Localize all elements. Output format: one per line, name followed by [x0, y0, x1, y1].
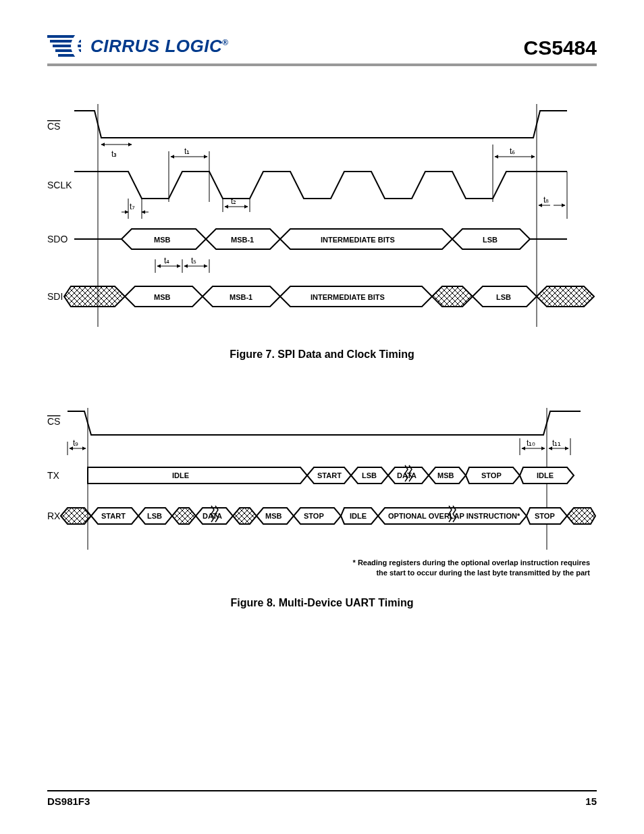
logo-mark-icon	[47, 32, 84, 59]
svg-text:IDLE: IDLE	[350, 512, 367, 520]
svg-text:LSB: LSB	[362, 471, 377, 479]
svg-text:DATA: DATA	[203, 512, 222, 520]
company-logo: CIRRUS LOGIC®	[47, 32, 229, 59]
svg-text:LSB: LSB	[496, 293, 511, 301]
company-name: CIRRUS LOGIC®	[90, 36, 229, 57]
svg-text:IDLE: IDLE	[172, 471, 189, 479]
svg-text:STOP: STOP	[535, 512, 555, 520]
svg-text:t₄: t₄	[164, 256, 169, 265]
svg-text:START: START	[317, 471, 342, 479]
figure-8-caption: Figure 8. Multi-Device UART Timing	[47, 597, 597, 609]
svg-text:MSB-1: MSB-1	[231, 236, 254, 244]
svg-text:STOP: STOP	[481, 471, 502, 479]
svg-text:t₅: t₅	[191, 256, 196, 265]
svg-text:MSB: MSB	[154, 236, 171, 244]
svg-text:t₃: t₃	[111, 149, 117, 159]
sdo-label: SDO	[47, 234, 68, 244]
svg-text:MSB: MSB	[265, 512, 282, 520]
sdi-label: SDI	[47, 291, 63, 302]
svg-text:t₆: t₆	[510, 147, 515, 156]
sclk-label: SCLK	[47, 180, 72, 190]
svg-text:MSB: MSB	[437, 471, 454, 479]
page-footer: DS981F3 15	[47, 790, 597, 807]
svg-text:INTERMEDIATE BITS: INTERMEDIATE BITS	[311, 293, 385, 301]
figure-7: CS t₃ SCLK t₁ t₂ t₆	[47, 104, 597, 361]
svg-text:STOP: STOP	[304, 512, 324, 520]
svg-text:t₇: t₇	[130, 202, 135, 211]
svg-text:t₁₁: t₁₁	[552, 438, 561, 448]
svg-text:INTERMEDIATE BITS: INTERMEDIATE BITS	[321, 236, 395, 244]
svg-text:IDLE: IDLE	[537, 471, 554, 479]
svg-text:t₂: t₂	[231, 197, 236, 206]
svg-text:DATA: DATA	[397, 471, 417, 479]
figure-8-footnote: * Reading registers during the optional …	[47, 558, 590, 578]
cs-label-2: CS	[47, 416, 60, 427]
svg-text:t₁₀: t₁₀	[527, 438, 535, 448]
cs-label: CS	[47, 121, 60, 132]
svg-text:LSB: LSB	[147, 512, 162, 520]
svg-text:OPTIONAL OVERLAP INSTRUCTION*: OPTIONAL OVERLAP INSTRUCTION*	[388, 512, 520, 520]
svg-text:t₁: t₁	[184, 147, 190, 156]
page-header: CIRRUS LOGIC® CS5484	[47, 32, 597, 66]
svg-text:LSB: LSB	[483, 236, 498, 244]
doc-id: DS981F3	[47, 796, 90, 807]
page-number: 15	[585, 796, 597, 807]
rx-label: RX	[47, 511, 61, 521]
tx-label: TX	[47, 470, 60, 481]
figure-7-caption: Figure 7. SPI Data and Clock Timing	[47, 348, 597, 361]
svg-text:t₉: t₉	[73, 438, 78, 448]
svg-text:MSB: MSB	[154, 293, 171, 301]
svg-text:MSB-1: MSB-1	[230, 293, 252, 301]
figure-8: CS t₉ t₁₀ t₁₁ TX	[47, 408, 597, 609]
part-number: CS5484	[524, 36, 597, 59]
svg-text:t₈: t₈	[543, 195, 549, 205]
svg-text:START: START	[101, 512, 126, 520]
